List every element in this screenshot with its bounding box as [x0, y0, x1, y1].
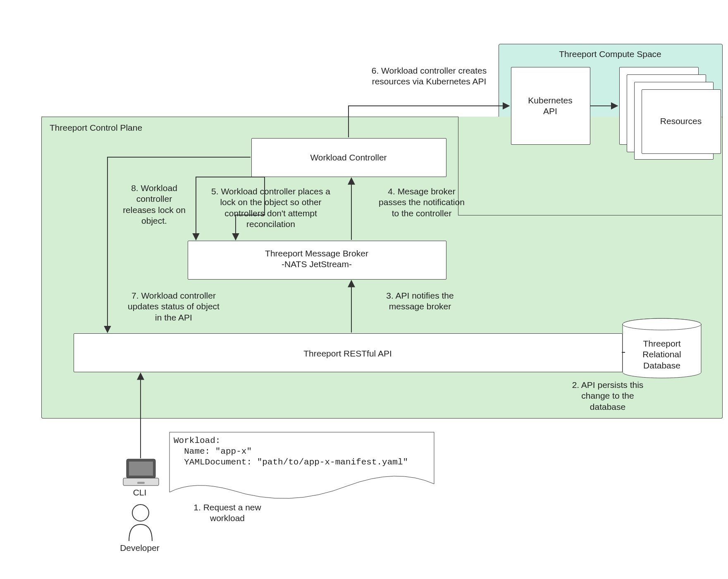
- step-8: 8. Workload controller releases lock on …: [111, 183, 198, 226]
- step-2: 2. API persists this change to the datab…: [546, 380, 670, 412]
- step-6: 6. Workload controller creates resources…: [346, 65, 512, 87]
- diagram-stage: Threeport Compute Space Threeport Contro…: [0, 0, 728, 579]
- step-3: 3. API notifies the message broker: [366, 290, 474, 312]
- step-7: 7. Workload controller updates status of…: [107, 290, 240, 323]
- step-4: 4. Mesage broker passes the notification…: [360, 186, 484, 219]
- step-1: 1. Request a new workload: [174, 502, 281, 524]
- step-5: 5. Workload controller places a lock on …: [194, 186, 347, 230]
